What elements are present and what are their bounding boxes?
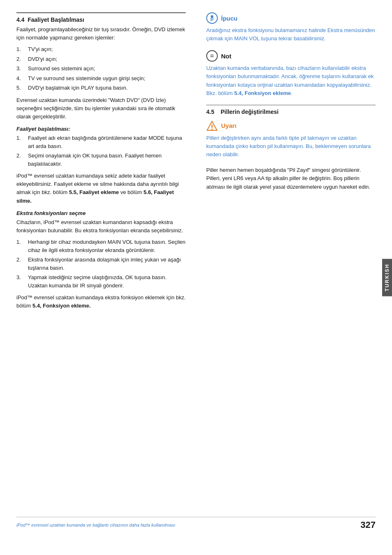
list-item: 2.Ekstra fonksiyonlar arasında dolaşmak …	[16, 256, 186, 272]
warning-title: Uyarı	[221, 122, 237, 129]
section-44-title: 4.4 Faaliyet Başlatılması	[16, 12, 186, 23]
section-45-title: 4.5 Pillerin değiştirilmesi	[206, 105, 376, 115]
tip-header: İpucu	[206, 12, 376, 24]
section-44-para1: Evrensel uzaktan kumanda üzerindeki "Wat…	[16, 96, 186, 121]
footer-page: 327	[360, 520, 376, 530]
note-text: Uzaktan kumanda veritabanında, bazı ciha…	[206, 64, 376, 97]
note-icon: =	[206, 50, 218, 62]
list-item: 3.Surround ses sistemini açın;	[16, 65, 186, 73]
section-44-heading: Faaliyet Başlatılması	[28, 16, 84, 23]
svg-text:=: =	[210, 52, 214, 59]
footer: iPod™ evrensel uzaktan kumanda ve bağlan…	[16, 517, 376, 530]
substeps1-list: 1.Faaliyet adı ekran başlığında görüntül…	[16, 134, 186, 168]
section-45-number: 4.5	[206, 109, 214, 115]
list-item: 3.Yapmak istediğiniz seçime ulaştığınızd…	[16, 273, 186, 289]
section-44-para4: iPod™ evrensel uzaktan kumandaya ekstra …	[16, 294, 186, 310]
section-44-intro: Faaliyet, programlayabileceğiniz bir tuş…	[16, 25, 186, 42]
left-column: 4.4 Faaliyet Başlatılması Faaliyet, prog…	[16, 12, 190, 509]
list-item: 2.DVD'yi açın;	[16, 55, 186, 63]
list-item: 1.Faaliyet adı ekran başlığında görüntül…	[16, 134, 186, 150]
two-column-layout: 4.4 Faaliyet Başlatılması Faaliyet, prog…	[16, 12, 376, 509]
list-item: 1.Herhangi bir cihaz modundayken MAIN VO…	[16, 238, 186, 254]
note-box: = Not Uzaktan kumanda veritabanında, baz…	[206, 50, 376, 97]
warning-header: Uyarı	[206, 120, 376, 132]
section-44-para3: Cihazların, iPod™ evrensel uzaktan kuman…	[16, 218, 186, 235]
svg-point-1	[211, 15, 213, 18]
note-title: Not	[221, 53, 231, 60]
warning-box: Uyarı Pilleri değiştirirken aynı anda fa…	[206, 120, 376, 159]
subheading2: Ekstra fonksiyonları seçme	[16, 210, 186, 216]
list-item: 1.TV'yi açın;	[16, 45, 186, 53]
svg-point-9	[212, 129, 213, 130]
list-item: 4.TV ve surround ses sisteminde uygun gi…	[16, 74, 186, 83]
tip-box: İpucu Aradığınız ekstra fonksiyonu bulam…	[206, 12, 376, 43]
footer-text: iPod™ evrensel uzaktan kumanda ve bağlan…	[16, 523, 175, 527]
right-column: İpucu Aradığınız ekstra fonksiyonu bulam…	[202, 12, 376, 509]
section-44-number: 4.4	[16, 16, 24, 23]
list-item: 2.Seçimi onaylamak için OK tuşuna basın.…	[16, 152, 186, 168]
section-44-para2: iPod™ evrensel uzaktan kumandaya sekiz a…	[16, 172, 186, 205]
tip-text: Aradığınız ekstra fonksiyonu bulamamanız…	[206, 26, 376, 43]
substeps2-list: 1.Herhangi bir cihaz modundayken MAIN VO…	[16, 238, 186, 289]
right-para1: Piller hemen hemen boşaldığında "Pil Zay…	[206, 166, 376, 191]
note-header: = Not	[206, 50, 376, 62]
warning-icon	[206, 120, 218, 132]
section-45-heading: Pillerin değiştirilmesi	[221, 109, 279, 115]
warning-text: Pilleri değiştirirken aynı anda farklı t…	[206, 134, 376, 159]
tip-title: İpucu	[221, 15, 238, 22]
steps-list: 1.TV'yi açın; 2.DVD'yi açın; 3.Surround …	[16, 45, 186, 92]
sidebar-tab: TURKISH	[382, 259, 392, 296]
tip-icon	[206, 12, 218, 24]
list-item: 5.DVD'yi başlatmak için PLAY tuşuna bası…	[16, 84, 186, 92]
subheading1: Faaliyet başlatılması:	[16, 126, 186, 132]
page-container: 4.4 Faaliyet Başlatılması Faaliyet, prog…	[0, 0, 392, 555]
